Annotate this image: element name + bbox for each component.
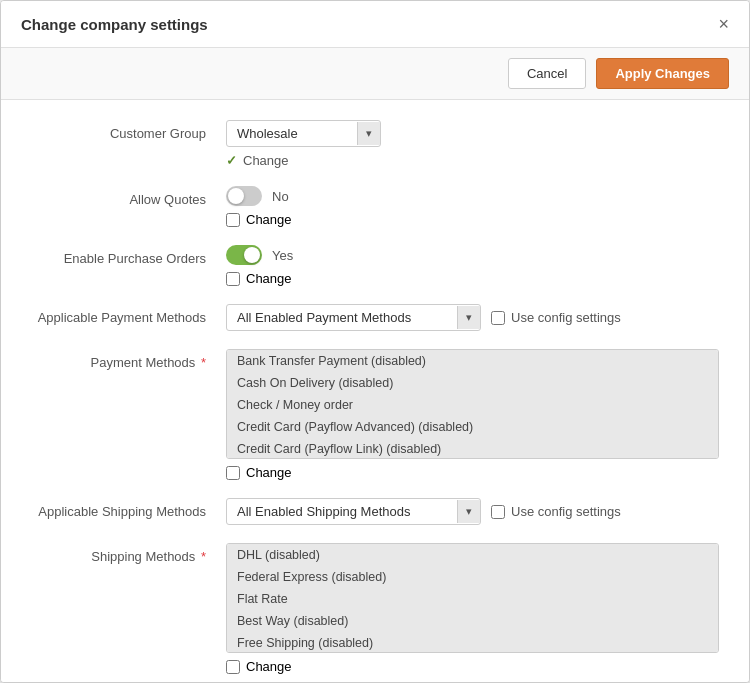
applicable-payment-methods-select[interactable]: All Enabled Payment Methods: [227, 305, 457, 330]
applicable-payment-methods-arrow[interactable]: ▾: [457, 306, 480, 329]
shipping-methods-change-wrap: Change: [226, 659, 719, 674]
allow-quotes-toggle-knob: [228, 188, 244, 204]
applicable-payment-methods-row: Applicable Payment Methods All Enabled P…: [31, 304, 719, 331]
allow-quotes-change-wrap: Change: [226, 212, 719, 227]
shipping-methods-label: Shipping Methods *: [31, 543, 226, 564]
allow-quotes-value: No: [272, 189, 289, 204]
apply-changes-button[interactable]: Apply Changes: [596, 58, 729, 89]
close-button[interactable]: ×: [718, 15, 729, 33]
enable-purchase-orders-controls: Yes Change: [226, 245, 719, 286]
shipping-methods-row: Shipping Methods * DHL (disabled)Federal…: [31, 543, 719, 674]
customer-group-row: Customer Group Wholesale ▾ ✓ Change: [31, 120, 719, 168]
payment-methods-use-config-checkbox[interactable]: [491, 311, 505, 325]
shipping-methods-change-label: Change: [246, 659, 292, 674]
payment-methods-label: Payment Methods *: [31, 349, 226, 370]
modal-header: Change company settings ×: [1, 1, 749, 48]
payment-methods-row: Payment Methods * Bank Transfer Payment …: [31, 349, 719, 480]
allow-quotes-change-checkbox[interactable]: [226, 213, 240, 227]
list-item[interactable]: Credit Card (Payflow Link) (disabled): [227, 438, 718, 459]
allow-quotes-change-label: Change: [246, 212, 292, 227]
applicable-shipping-methods-select[interactable]: All Enabled Shipping Methods: [227, 499, 457, 524]
payment-methods-change-wrap: Change: [226, 465, 719, 480]
payment-methods-use-config-wrap: Use config settings: [491, 310, 621, 325]
list-item[interactable]: Cash On Delivery (disabled): [227, 372, 718, 394]
payment-methods-listbox[interactable]: Bank Transfer Payment (disabled)Cash On …: [226, 349, 719, 459]
shipping-methods-controls: DHL (disabled)Federal Express (disabled)…: [226, 543, 719, 674]
enable-purchase-orders-label: Enable Purchase Orders: [31, 245, 226, 266]
applicable-shipping-methods-label: Applicable Shipping Methods: [31, 498, 226, 519]
list-item[interactable]: Bank Transfer Payment (disabled): [227, 350, 718, 372]
customer-group-label: Customer Group: [31, 120, 226, 141]
allow-quotes-row: Allow Quotes No Change: [31, 186, 719, 227]
enable-purchase-orders-change-checkbox[interactable]: [226, 272, 240, 286]
list-item[interactable]: Credit Card (Payflow Advanced) (disabled…: [227, 416, 718, 438]
shipping-methods-change-checkbox[interactable]: [226, 660, 240, 674]
payment-methods-change-label: Change: [246, 465, 292, 480]
shipping-methods-use-config-checkbox[interactable]: [491, 505, 505, 519]
enable-purchase-orders-toggle-knob: [244, 247, 260, 263]
applicable-shipping-methods-row: Applicable Shipping Methods All Enabled …: [31, 498, 719, 525]
customer-group-controls: Wholesale ▾ ✓ Change: [226, 120, 719, 168]
list-item[interactable]: Free Shipping (disabled): [227, 632, 718, 653]
shipping-methods-listbox[interactable]: DHL (disabled)Federal Express (disabled)…: [226, 543, 719, 653]
shipping-methods-required: *: [197, 549, 206, 564]
shipping-methods-use-config-wrap: Use config settings: [491, 504, 621, 519]
allow-quotes-controls: No Change: [226, 186, 719, 227]
applicable-shipping-methods-controls: All Enabled Shipping Methods ▾ Use confi…: [226, 498, 719, 525]
customer-group-select[interactable]: Wholesale: [227, 121, 357, 146]
payment-methods-required: *: [197, 355, 206, 370]
applicable-payment-methods-label: Applicable Payment Methods: [31, 304, 226, 325]
payment-methods-use-config-label: Use config settings: [511, 310, 621, 325]
list-item[interactable]: DHL (disabled): [227, 544, 718, 566]
customer-group-change-label: Change: [243, 153, 289, 168]
cancel-button[interactable]: Cancel: [508, 58, 586, 89]
payment-methods-controls: Bank Transfer Payment (disabled)Cash On …: [226, 349, 719, 480]
applicable-payment-methods-select-wrap: All Enabled Payment Methods ▾: [226, 304, 481, 331]
enable-purchase-orders-row: Enable Purchase Orders Yes Change: [31, 245, 719, 286]
enable-purchase-orders-value: Yes: [272, 248, 293, 263]
allow-quotes-label: Allow Quotes: [31, 186, 226, 207]
list-item[interactable]: Federal Express (disabled): [227, 566, 718, 588]
payment-methods-change-checkbox[interactable]: [226, 466, 240, 480]
applicable-payment-methods-controls: All Enabled Payment Methods ▾ Use config…: [226, 304, 719, 331]
modal: Change company settings × Cancel Apply C…: [0, 0, 750, 683]
modal-title: Change company settings: [21, 16, 208, 33]
toolbar: Cancel Apply Changes: [1, 48, 749, 100]
modal-body: Customer Group Wholesale ▾ ✓ Change: [1, 100, 749, 682]
customer-group-check-row: ✓ Change: [226, 153, 719, 168]
applicable-shipping-methods-select-wrap: All Enabled Shipping Methods ▾: [226, 498, 481, 525]
applicable-shipping-methods-arrow[interactable]: ▾: [457, 500, 480, 523]
enable-purchase-orders-toggle[interactable]: [226, 245, 262, 265]
customer-group-select-wrap: Wholesale ▾: [226, 120, 381, 147]
customer-group-select-arrow[interactable]: ▾: [357, 122, 380, 145]
list-item[interactable]: Check / Money order: [227, 394, 718, 416]
list-item[interactable]: Flat Rate: [227, 588, 718, 610]
enable-purchase-orders-change-wrap: Change: [226, 271, 719, 286]
customer-group-checkmark: ✓: [226, 153, 237, 168]
enable-purchase-orders-change-label: Change: [246, 271, 292, 286]
list-item[interactable]: Best Way (disabled): [227, 610, 718, 632]
shipping-methods-use-config-label: Use config settings: [511, 504, 621, 519]
allow-quotes-toggle[interactable]: [226, 186, 262, 206]
